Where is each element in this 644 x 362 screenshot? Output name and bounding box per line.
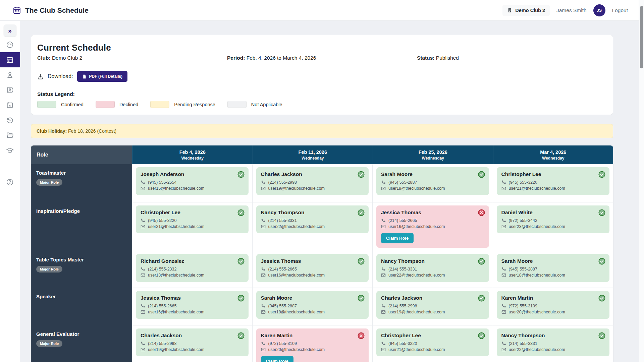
- schedule-table: Role Feb 4, 2026 Wednesday Feb 11, 2026 …: [31, 145, 613, 362]
- mail-icon: [141, 224, 145, 229]
- assignee-phone: (214) 555-2665: [148, 304, 176, 308]
- person-icon: [6, 71, 14, 79]
- schedule-info-row: Club: Demo Club 2 Period: Feb. 4, 2026 t…: [37, 55, 607, 61]
- schedule-cell: Charles Jackson(214) 555-2998user19@thec…: [132, 325, 253, 362]
- claim-role-button[interactable]: Claim Role: [381, 233, 414, 243]
- mail-icon: [261, 273, 266, 278]
- club-selector-label: Demo Club 2: [515, 8, 545, 13]
- claim-role-button[interactable]: Claim Role: [261, 356, 293, 362]
- declined-icon: [478, 209, 485, 216]
- assignee-phone: (214) 555-3331: [268, 218, 297, 223]
- sidebar-item-history[interactable]: [0, 113, 20, 128]
- assignee-email: user18@theclubschedule.com: [388, 186, 445, 191]
- assignee-name: Sarah Moore: [501, 258, 605, 264]
- assignee-email: user18@theclubschedule.com: [268, 310, 325, 314]
- role-name: Toastmaster: [36, 170, 127, 176]
- assignment-card: Joseph Anderson(945) 555-2554user15@thec…: [136, 167, 249, 195]
- confirmed-icon: [358, 171, 365, 178]
- assignee-phone-row: (972) 555-3109: [501, 304, 605, 308]
- assignee-phone: (972) 555-3109: [509, 304, 537, 308]
- assignee-email: user23@theclubschedule.com: [509, 224, 565, 229]
- assignment-card: Daniel White(972) 555-3442user23@theclub…: [497, 205, 610, 233]
- help-circle-icon: [6, 178, 14, 186]
- download-label: Download:: [48, 73, 73, 79]
- assignee-name: Charles Jackson: [381, 295, 484, 301]
- assignment-card: Charles Jackson(214) 555-2998user19@thec…: [136, 328, 249, 356]
- mail-icon: [501, 347, 506, 352]
- assignee-name: Joseph Anderson: [141, 171, 244, 177]
- scrollbar-thumb[interactable]: [640, 6, 643, 68]
- assignee-email: user21@theclubschedule.com: [148, 224, 204, 229]
- page-title: Current Schedule: [37, 43, 607, 53]
- schedule-cell: Karen Martin(972) 555-3109user20@theclub…: [253, 325, 373, 362]
- mail-icon: [381, 273, 386, 278]
- schedule-cell: Jessica Thomas(214) 555-2665user16@thecl…: [373, 202, 493, 251]
- assignee-phone-row: (945) 555-2887: [381, 180, 484, 185]
- club-selector-button[interactable]: Demo Club 2: [502, 5, 550, 16]
- assignee-email-row: user18@theclubschedule.com: [501, 273, 605, 278]
- confirmed-icon: [358, 209, 365, 216]
- phone-icon: [141, 180, 145, 185]
- assignee-name: Richard Gonzalez: [141, 258, 244, 264]
- sidebar-item-education[interactable]: [0, 143, 20, 158]
- schedule-cell: Daniel White(972) 555-3442user23@theclub…: [493, 202, 613, 251]
- assignee-phone: (945) 555-2554: [148, 180, 176, 185]
- assignment-card: Charles Jackson(214) 555-2998user19@thec…: [256, 167, 369, 195]
- assignee-phone-row: (945) 555-3220: [501, 180, 605, 185]
- assignee-phone: (945) 555-3220: [388, 341, 417, 346]
- schedule-cell: Charles Jackson(214) 555-2998user19@thec…: [373, 288, 493, 325]
- schedule-cell: Nancy Thompson(214) 555-3331user22@thecl…: [493, 325, 613, 362]
- assignee-email-row: user21@theclubschedule.com: [381, 347, 484, 352]
- user-avatar[interactable]: JS: [593, 4, 605, 16]
- phone-icon: [261, 267, 266, 272]
- assignee-email: user20@theclubschedule.com: [509, 310, 565, 314]
- assignee-name: Christopher Lee: [141, 209, 244, 216]
- assignee-name: Daniel White: [501, 209, 605, 216]
- assignee-phone-row: (945) 555-3220: [381, 341, 484, 346]
- sidebar-item-contacts[interactable]: [0, 82, 20, 98]
- confirmed-icon: [237, 332, 245, 339]
- assignee-email-row: user19@theclubschedule.com: [261, 186, 364, 191]
- phone-icon: [501, 304, 506, 308]
- phone-icon: [381, 267, 386, 272]
- address-book-icon: [6, 86, 14, 94]
- assignment-card: Sarah Moore(945) 555-2887user18@theclubs…: [256, 291, 369, 319]
- role-cell: Table Topics MasterMajor Role: [31, 251, 132, 288]
- role-cell: Speaker: [31, 288, 132, 325]
- schedule-cell: Sarah Moore(945) 555-2887user18@theclubs…: [373, 164, 493, 202]
- phone-icon: [141, 341, 145, 346]
- confirmed-icon: [237, 171, 245, 178]
- mail-icon: [501, 310, 506, 314]
- assignee-name: Christopher Lee: [501, 171, 605, 177]
- assignee-email-row: user20@theclubschedule.com: [261, 347, 364, 352]
- assignee-name: Karen Martin: [261, 333, 364, 339]
- confirmed-icon: [598, 332, 605, 339]
- sidebar-item-help[interactable]: [0, 175, 20, 190]
- assignment-card: Karen Martin(972) 555-3109user20@theclub…: [497, 291, 610, 319]
- logout-link[interactable]: Logout: [612, 7, 628, 13]
- club-info: Club: Demo Club 2: [37, 55, 227, 61]
- sidebar-expand-button[interactable]: »: [4, 24, 16, 37]
- legend-title: Status Legend:: [37, 91, 607, 97]
- assignee-email-row: user21@theclubschedule.com: [141, 224, 244, 229]
- sidebar-item-schedule[interactable]: [0, 52, 20, 67]
- sidebar-item-members[interactable]: [0, 67, 20, 82]
- mail-icon: [141, 310, 145, 314]
- assignee-phone-row: (214) 555-3331: [501, 341, 605, 346]
- date-column-header: Feb 11, 2026 Wednesday: [253, 145, 373, 164]
- assignee-phone-row: (214) 555-3331: [381, 267, 484, 272]
- calendar-logo-icon: [13, 6, 21, 14]
- sidebar-item-dashboard[interactable]: [0, 37, 20, 52]
- date-column-header: Feb 4, 2026 Wednesday: [132, 145, 253, 164]
- schedule-cell: Richard Gonzalez(214) 555-2332user13@the…: [132, 251, 253, 288]
- pdf-download-button[interactable]: PDF (Full Details): [77, 71, 127, 82]
- sidebar-item-holidays[interactable]: [0, 98, 20, 113]
- schedule-cell: Sarah Moore(945) 555-2887user18@theclubs…: [253, 288, 373, 325]
- assignee-email-row: user18@theclubschedule.com: [381, 186, 484, 191]
- mail-icon: [501, 273, 506, 278]
- assignment-card: Sarah Moore(945) 555-2887user18@theclubs…: [497, 254, 610, 282]
- sidebar-item-files[interactable]: [0, 128, 20, 143]
- phone-icon: [501, 267, 506, 272]
- assignment-card: Nancy Thompson(214) 555-3331user22@thecl…: [376, 254, 489, 282]
- assignee-name: Sarah Moore: [261, 295, 364, 301]
